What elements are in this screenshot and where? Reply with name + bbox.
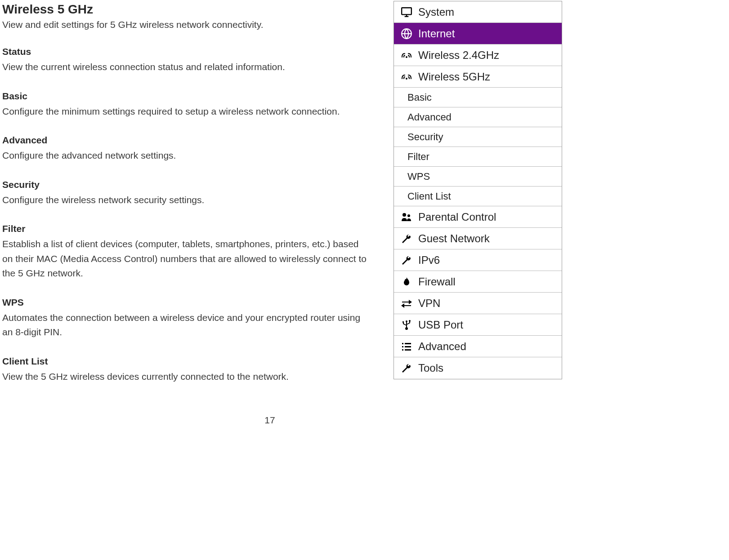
main-content: Wireless 5 GHz View and edit settings fo… [0, 0, 369, 400]
subnav-item-wps[interactable]: WPS [394, 167, 562, 187]
wrench-icon [398, 233, 415, 244]
section-title: Advanced [2, 135, 369, 146]
nav-item-vpn[interactable]: VPN [394, 293, 562, 314]
monitor-icon [398, 6, 415, 18]
section-security: Security Configure the wireless network … [2, 179, 369, 208]
nav-label: VPN [415, 297, 440, 310]
page-title: Wireless 5 GHz [2, 2, 369, 17]
section-title: Status [2, 46, 369, 57]
sidebar-nav: System Internet Wireless 2.4GHz [394, 1, 562, 379]
nav-item-tools[interactable]: Tools [394, 357, 562, 379]
svg-point-8 [407, 214, 410, 217]
svg-point-5 [406, 56, 407, 58]
nav-label: Parental Control [415, 211, 496, 223]
svg-rect-0 [402, 8, 411, 14]
subnav-label: WPS [407, 171, 430, 182]
section-desc: Configure the advanced network settings. [2, 148, 369, 163]
section-title: Client List [2, 356, 369, 367]
svg-point-11 [405, 327, 408, 330]
nav-item-guest[interactable]: Guest Network [394, 228, 562, 249]
nav-label: Guest Network [415, 232, 490, 245]
wifi-icon [398, 51, 415, 60]
nav-label: IPv6 [415, 254, 440, 267]
section-title: Filter [2, 223, 369, 234]
subnav-label: Filter [407, 151, 429, 163]
globe-icon [398, 28, 415, 40]
section-desc: View the 5 GHz wireless devices currentl… [2, 369, 369, 384]
svg-point-6 [406, 78, 407, 80]
nav-item-wireless-24[interactable]: Wireless 2.4GHz [394, 44, 562, 66]
swap-icon [398, 298, 415, 308]
page-subtitle: View and edit settings for 5 GHz wireles… [2, 19, 369, 30]
subnav-label: Basic [407, 92, 432, 103]
svg-point-13 [409, 320, 411, 322]
nav-label: Advanced [415, 340, 466, 353]
nav-item-ipv6[interactable]: IPv6 [394, 249, 562, 271]
subnav-label: Client List [407, 191, 451, 202]
nav-item-advanced[interactable]: Advanced [394, 336, 562, 357]
nav-label: Tools [415, 362, 443, 374]
subnav-item-client-list[interactable]: Client List [394, 187, 562, 206]
subnav-item-security[interactable]: Security [394, 127, 562, 147]
usb-icon [398, 320, 415, 330]
wrench-icon [398, 363, 415, 373]
section-title: WPS [2, 297, 369, 308]
subnav: Basic Advanced Security Filter WPS Clien… [394, 88, 562, 206]
svg-rect-14 [402, 343, 403, 344]
svg-rect-19 [405, 349, 411, 351]
nav-label: USB Port [415, 319, 463, 331]
svg-rect-18 [402, 349, 403, 351]
section-title: Basic [2, 91, 369, 102]
section-desc: Establish a list of client devices (comp… [2, 237, 369, 281]
section-title: Security [2, 179, 369, 190]
svg-rect-15 [405, 343, 411, 344]
fire-icon [398, 276, 415, 287]
nav-label: Firewall [415, 276, 456, 288]
nav-label: Wireless 2.4GHz [415, 49, 499, 62]
nav-item-internet[interactable]: Internet [394, 23, 562, 44]
svg-rect-16 [402, 346, 403, 347]
svg-point-7 [403, 213, 406, 217]
subnav-label: Security [407, 131, 443, 143]
page-number: 17 [0, 415, 540, 426]
nav-item-usb[interactable]: USB Port [394, 314, 562, 336]
subnav-item-advanced[interactable]: Advanced [394, 107, 562, 127]
nav-item-parental[interactable]: Parental Control [394, 206, 562, 228]
nav-label: Wireless 5GHz [415, 71, 490, 83]
subnav-item-basic[interactable]: Basic [394, 88, 562, 107]
nav-item-system[interactable]: System [394, 1, 562, 23]
section-desc: Configure the wireless network security … [2, 193, 369, 208]
svg-rect-17 [405, 346, 411, 347]
nav-label: Internet [415, 27, 455, 40]
wrench-icon [398, 255, 415, 266]
subnav-item-filter[interactable]: Filter [394, 147, 562, 167]
section-desc: View the current wireless connection sta… [2, 60, 369, 75]
wifi-icon [398, 72, 415, 81]
section-desc: Configure the minimum settings required … [2, 104, 369, 119]
nav-item-firewall[interactable]: Firewall [394, 271, 562, 293]
section-status: Status View the current wireless connect… [2, 46, 369, 75]
section-basic: Basic Configure the minimum settings req… [2, 91, 369, 119]
nav-label: System [415, 6, 454, 18]
section-client-list: Client List View the 5 GHz wireless devi… [2, 356, 369, 384]
section-wps: WPS Automates the connection between a w… [2, 297, 369, 340]
svg-rect-12 [403, 321, 404, 323]
section-desc: Automates the connection between a wirel… [2, 311, 369, 340]
nav-item-wireless-5[interactable]: Wireless 5GHz [394, 66, 562, 88]
section-advanced: Advanced Configure the advanced network … [2, 135, 369, 163]
section-filter: Filter Establish a list of client device… [2, 223, 369, 281]
people-icon [398, 212, 415, 222]
list-icon [398, 342, 415, 351]
subnav-label: Advanced [407, 111, 452, 123]
